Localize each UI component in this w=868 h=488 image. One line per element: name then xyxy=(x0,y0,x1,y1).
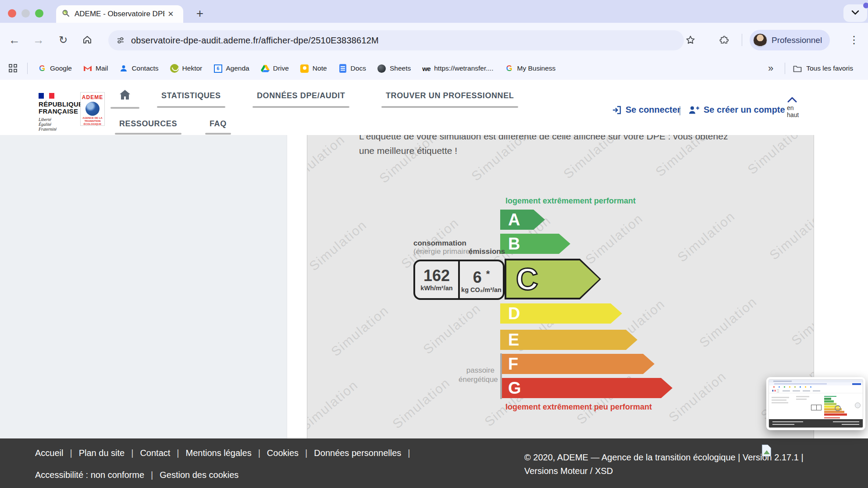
bookmarks-overflow-button[interactable]: » xyxy=(761,63,780,74)
chevron-up-icon xyxy=(787,97,797,103)
dpe-values-box: 162 kWh/m²/an 6 * kg CO₂/m²/an xyxy=(413,260,505,300)
bookmark-google[interactable]: G Google xyxy=(38,64,72,73)
bookmark-label: Mail xyxy=(96,64,108,72)
footer-link-mentions-legales[interactable]: Mentions légales xyxy=(186,448,252,458)
bookmark-hektor[interactable]: Hektor xyxy=(170,64,203,73)
signup-link[interactable]: Se créer un compte xyxy=(688,105,785,115)
bookmark-agenda[interactable]: 6 Agenda xyxy=(213,64,249,73)
toolbar-divider xyxy=(742,34,742,46)
tab-close-icon[interactable]: × xyxy=(168,8,174,20)
person-plus-icon xyxy=(688,105,700,115)
all-bookmarks-folder[interactable]: Tous les favoris xyxy=(793,64,853,72)
mini-footer xyxy=(769,419,863,427)
nav-statistiques[interactable]: STATISTIQUES xyxy=(161,91,221,100)
dpe-energy-label-chart: logement extrêmement performant A B C D … xyxy=(307,135,814,438)
extensions-button[interactable] xyxy=(715,23,734,57)
mini-circle-button xyxy=(855,403,861,408)
versions-links[interactable]: Versions Moteur / XSD xyxy=(524,464,831,478)
dpe-letter: D xyxy=(500,304,520,323)
reload-button[interactable]: ↻ xyxy=(53,23,73,57)
footer-link-cookies[interactable]: Cookies xyxy=(267,448,299,458)
mini-dpe-bottom-label xyxy=(824,417,840,418)
drive-icon xyxy=(261,64,270,73)
site-info-icon[interactable] xyxy=(116,36,125,45)
forward-button[interactable]: → xyxy=(29,23,48,57)
screenshot-thumbnail[interactable] xyxy=(766,377,865,430)
mac-minimize-button[interactable] xyxy=(21,9,30,18)
bookmark-mail[interactable]: Mail xyxy=(83,64,108,73)
bookmark-drive[interactable]: Drive xyxy=(261,64,289,73)
nav-donnees-dpe-audit[interactable]: DONNÉES DPE/AUDIT xyxy=(257,91,345,100)
web-page: RÉPUBLIQUE FRANÇAISE Liberté Égalité Fra… xyxy=(0,80,868,438)
bookmarks-divider xyxy=(785,63,785,74)
home-button[interactable] xyxy=(78,23,97,57)
consumption-heading: consommation (énergie primaire) xyxy=(413,239,472,256)
contacts-person-icon xyxy=(119,64,128,73)
back-to-top-button[interactable]: en haut xyxy=(787,96,799,118)
footer-link-contact[interactable]: Contact xyxy=(140,448,170,458)
bookmark-star-button[interactable] xyxy=(681,23,700,57)
footer-link-accessibilite[interactable]: Accessibilité : non conforme xyxy=(35,470,144,480)
dpe-class-c-arrow-current: C xyxy=(505,259,601,299)
bookmark-contacts[interactable]: Contacts xyxy=(119,64,158,73)
dpe-letter: A xyxy=(500,210,520,229)
tab-title: ADEME - Observatoire DPE-A xyxy=(75,10,164,18)
dpe-class-g-arrow: G xyxy=(500,378,672,398)
login-icon xyxy=(612,105,622,115)
footer-link-donnees-personnelles[interactable]: Données personnelles xyxy=(314,448,401,458)
dpe-bottom-label: logement extrêmement peu performant xyxy=(505,403,652,412)
sieve-line1: passoire xyxy=(459,366,494,375)
dpe-letter: G xyxy=(500,379,521,398)
nav-home[interactable] xyxy=(118,89,132,103)
rf-motto: Fraternité xyxy=(39,127,80,132)
signup-label: Se créer un compte xyxy=(704,105,785,115)
profile-chip[interactable]: Professionnel xyxy=(750,30,830,50)
url-bar[interactable]: observatoire-dpe-audit.ademe.fr/afficher… xyxy=(108,30,684,50)
dpe-letter: C xyxy=(506,262,538,297)
browser-menu-button[interactable]: ⋮ xyxy=(844,23,864,57)
profile-name: Professionnel xyxy=(772,36,822,45)
footer-link-accueil[interactable]: Accueil xyxy=(35,448,63,458)
energy-sieve-bracket xyxy=(500,353,502,399)
browser-tab[interactable]: ADEME - Observatoire DPE-A × xyxy=(56,5,183,23)
consumption-sublabel: (énergie primaire) xyxy=(413,247,472,256)
browser-window: ADEME - Observatoire DPE-A × + ← → ↻ obs… xyxy=(0,0,868,488)
new-tab-button[interactable]: + xyxy=(192,6,208,22)
nav-trouver-un-professionnel[interactable]: TROUVER UN PROFESSIONNEL xyxy=(386,91,514,100)
footer-link-gestion-cookies[interactable]: Gestion des cookies xyxy=(160,470,238,480)
bookmark-wetransfer[interactable]: we https://wetransfer.... xyxy=(422,64,493,72)
login-link[interactable]: Se connecter xyxy=(612,105,681,115)
mini-site-header xyxy=(769,388,863,393)
rf-motto: Égalité xyxy=(39,122,80,127)
footer-link-plan-du-site[interactable]: Plan du site xyxy=(79,448,125,458)
notification-dot xyxy=(863,3,868,8)
footer-separator: | xyxy=(177,448,179,458)
footer-separator: | xyxy=(305,448,307,458)
gmail-icon xyxy=(83,64,92,73)
chevron-down-icon xyxy=(851,10,860,15)
nav-ressources[interactable]: RESSOURCES xyxy=(119,119,177,128)
ademe-logo-name: ADEME xyxy=(81,94,104,100)
bookmark-docs[interactable]: Docs xyxy=(338,64,366,73)
nav-faq[interactable]: FAQ xyxy=(210,119,227,128)
mac-zoom-button[interactable] xyxy=(35,9,43,18)
footer-separator: | xyxy=(70,448,72,458)
apps-grid-icon[interactable] xyxy=(9,64,18,73)
simulation-card: SimulationSimulationSimulationSimulation… xyxy=(307,135,814,438)
ademe-logo-subtitle: AGENCE DE LA TRANSITION ÉCOLOGIQUE xyxy=(81,117,104,126)
mac-close-button[interactable] xyxy=(8,9,16,18)
sieve-line2: énergétique xyxy=(459,375,494,384)
dpe-class-a-arrow: A xyxy=(500,210,545,230)
bookmark-sheets[interactable]: Sheets xyxy=(377,64,411,73)
bookmark-my-business[interactable]: G My Business xyxy=(505,64,555,73)
dpe-class-b-arrow: B xyxy=(500,234,570,254)
keep-note-icon xyxy=(300,64,309,73)
rf-name-line1: RÉPUBLIQUE xyxy=(39,101,80,108)
puzzle-icon xyxy=(719,35,729,45)
back-to-top-label: en xyxy=(787,104,799,111)
tab-strip-collapse-button[interactable] xyxy=(843,4,867,22)
bookmark-note[interactable]: Note xyxy=(300,64,327,73)
ademe-logo: ADEME AGENCE DE LA TRANSITION ÉCOLOGIQUE xyxy=(80,92,105,126)
back-button[interactable]: ← xyxy=(5,23,24,57)
mini-highlight-circle xyxy=(835,405,841,411)
